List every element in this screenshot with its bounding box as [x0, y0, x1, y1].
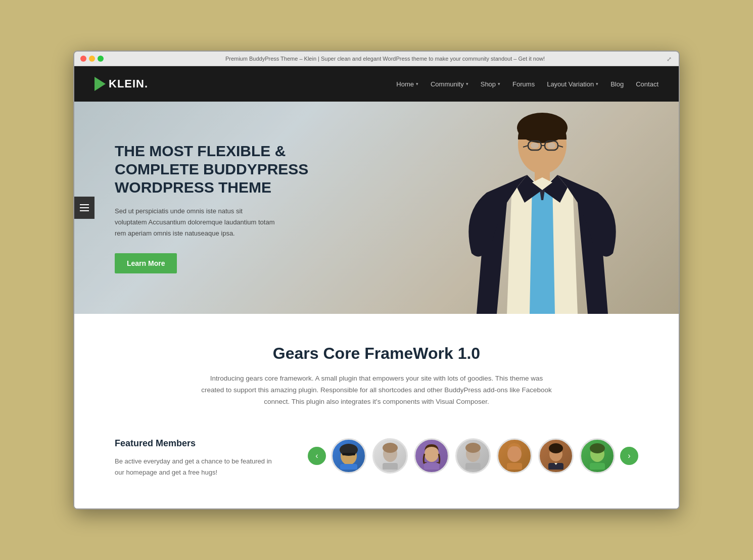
- members-carousel: ‹: [308, 438, 638, 474]
- svg-rect-15: [342, 453, 355, 455]
- logo-text: KLEIN.: [109, 77, 148, 90]
- members-info: Featured Members Be active everyday and …: [115, 438, 277, 478]
- svg-rect-32: [590, 463, 605, 470]
- member-avatar-6[interactable]: [538, 438, 574, 474]
- maximize-dot[interactable]: [98, 56, 104, 62]
- member-avatars-list: [331, 438, 615, 474]
- svg-rect-0: [80, 204, 89, 205]
- hero-subtitle: Sed ut perspiciatis unde omnis iste natu…: [115, 206, 276, 239]
- members-section: Featured Members Be active everyday and …: [74, 428, 679, 508]
- logo-area[interactable]: KLEIN.: [95, 77, 148, 91]
- logo-icon: [95, 77, 106, 91]
- browser-dots: [80, 56, 104, 62]
- nav-layout-variation[interactable]: Layout Variation ▾: [547, 80, 598, 88]
- member-avatar-4[interactable]: [455, 438, 491, 474]
- member-avatar-1[interactable]: [331, 438, 366, 474]
- sidebar-toggle-button[interactable]: [74, 197, 95, 219]
- framework-section: Gears Core FrameWork 1.0 Introducing gea…: [74, 314, 679, 428]
- svg-rect-26: [507, 463, 522, 470]
- svg-rect-19: [383, 463, 398, 470]
- framework-description: Introducing gears core framework. A smal…: [200, 373, 553, 408]
- hamburger-icon: [80, 204, 89, 211]
- svg-point-23: [465, 443, 481, 453]
- resize-icon[interactable]: ⤢: [667, 56, 673, 62]
- site-header: KLEIN. Home ▾ Community ▾ Shop ▾ Forums: [74, 66, 679, 102]
- nav-blog[interactable]: Blog: [610, 80, 624, 88]
- svg-rect-1: [80, 207, 89, 208]
- svg-point-28: [549, 443, 563, 453]
- hero-section: THE MOST FLEXIBLE & COMPLETE BUDDYPRESS …: [74, 102, 679, 314]
- hero-title: THE MOST FLEXIBLE & COMPLETE BUDDYPRESS …: [115, 142, 337, 197]
- hero-content: THE MOST FLEXIBLE & COMPLETE BUDDYPRESS …: [74, 142, 378, 273]
- members-title: Featured Members: [115, 438, 277, 449]
- nav-forums[interactable]: Forums: [512, 80, 535, 88]
- svg-rect-21: [424, 463, 439, 470]
- svg-rect-24: [465, 463, 481, 470]
- main-nav: Home ▾ Community ▾ Shop ▾ Forums Layout …: [396, 80, 658, 88]
- browser-title: Premium BuddyPress Theme – Klein | Super…: [109, 56, 662, 62]
- nav-contact[interactable]: Contact: [636, 80, 658, 88]
- home-dropdown-icon: ▾: [416, 81, 418, 86]
- svg-point-31: [590, 443, 605, 453]
- member-avatar-5[interactable]: [497, 438, 532, 474]
- nav-shop[interactable]: Shop ▾: [481, 80, 500, 88]
- browser-chrome: Premium BuddyPress Theme – Klein | Super…: [74, 52, 679, 66]
- site-wrapper: KLEIN. Home ▾ Community ▾ Shop ▾ Forums: [74, 66, 679, 508]
- layout-dropdown-icon: ▾: [596, 81, 598, 86]
- shop-dropdown-icon: ▾: [498, 81, 500, 86]
- nav-community[interactable]: Community ▾: [431, 80, 468, 88]
- carousel-prev-button[interactable]: ‹: [308, 447, 326, 465]
- member-avatar-7[interactable]: [580, 438, 615, 474]
- members-description: Be active everyday and get a chance to b…: [115, 456, 277, 478]
- learn-more-button[interactable]: Learn More: [115, 253, 177, 273]
- svg-point-18: [383, 443, 398, 453]
- carousel-next-button[interactable]: ›: [620, 447, 638, 465]
- svg-point-25: [507, 446, 522, 462]
- hero-image: [446, 102, 638, 314]
- svg-rect-2: [80, 210, 89, 211]
- minimize-dot[interactable]: [89, 56, 95, 62]
- close-dot[interactable]: [80, 56, 86, 62]
- member-avatar-3[interactable]: [414, 438, 449, 474]
- nav-home[interactable]: Home ▾: [396, 80, 418, 88]
- svg-point-10: [531, 143, 539, 149]
- community-dropdown-icon: ▾: [466, 81, 468, 86]
- svg-point-11: [547, 143, 555, 149]
- framework-title: Gears Core FrameWork 1.0: [115, 344, 638, 363]
- browser-window: Premium BuddyPress Theme – Klein | Super…: [73, 51, 680, 509]
- hero-person-svg: [446, 102, 638, 314]
- member-avatar-2[interactable]: [372, 438, 408, 474]
- svg-rect-16: [340, 464, 357, 470]
